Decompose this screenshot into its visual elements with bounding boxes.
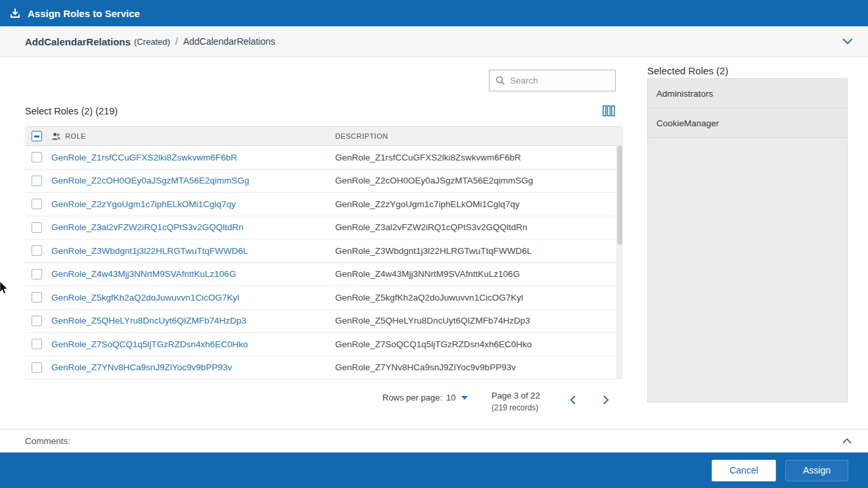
row-checkbox[interactable]	[32, 222, 42, 233]
role-link[interactable]: GenRole_Z3Wbdgnt1j3l22HLRGTwuTtqFWWD6L	[51, 246, 248, 256]
role-description: GenRole_Z4w43Mjj3NNrtM9SVAfnttKuLz106G	[335, 269, 520, 279]
role-link[interactable]: GenRole_Z5QHeLYru8DncUyt6QIZMFb74HzDp3	[51, 316, 246, 326]
previous-page-button[interactable]	[565, 392, 581, 408]
table-row: GenRole_Z7SoQCQ1q5ljTGzRZDsn4xh6EC0Hko G…	[25, 333, 623, 356]
table-row: GenRole_Z2zYgoUgm1c7iphELkOMi1Cglq7qy Ge…	[25, 193, 623, 216]
footer-bar: Cancel Assign	[0, 452, 868, 488]
role-link[interactable]: GenRole_Z3al2vFZW2iRQ1cQPtS3v2GQQltdRn	[51, 222, 244, 232]
role-description: GenRole_Z7YNv8HCa9snJ9ZlYoc9v9bPP93v	[335, 362, 516, 372]
row-checkbox[interactable]	[32, 152, 42, 162]
person-icon	[51, 132, 60, 141]
role-link[interactable]: GenRole_Z5kgfKh2aQ2doJuwuvvn1CicOG7Kyl	[51, 293, 239, 303]
selected-role-item[interactable]: CookieManager	[648, 109, 847, 138]
search-input[interactable]	[510, 76, 609, 85]
page-info: Page 3 of 22 (219 records)	[491, 391, 540, 412]
row-checkbox[interactable]	[32, 176, 42, 186]
columns-icon	[603, 105, 615, 116]
breadcrumb-separator: /	[175, 36, 178, 47]
selected-role-item[interactable]: Administrators	[648, 79, 847, 109]
breadcrumb-status: (Created)	[134, 37, 170, 47]
column-picker-button[interactable]	[601, 104, 616, 117]
table-row: GenRole_Z1rsfCCuGFXS2lki8Zswkvwm6F6bR Ge…	[25, 146, 623, 170]
row-checkbox[interactable]	[32, 269, 42, 280]
roles-table: ROLE DESCRIPTION GenRole_Z1rsfCCuGFXS2lk…	[25, 126, 623, 379]
select-all-checkbox[interactable]	[32, 131, 42, 141]
scrollbar-thumb[interactable]	[617, 146, 622, 245]
table-scrollbar[interactable]	[616, 146, 623, 379]
column-header-role[interactable]: ROLE	[65, 132, 86, 140]
comments-label: Comments:	[25, 436, 70, 446]
selected-roles-title: Selected Roles (2)	[647, 65, 728, 76]
row-checkbox[interactable]	[32, 362, 42, 373]
chevron-down-icon[interactable]	[842, 37, 854, 45]
role-link[interactable]: GenRole_Z2cOH0OEy0aJSgzMTA56E2qimmSGg	[51, 176, 249, 185]
role-link[interactable]: GenRole_Z4w43Mjj3NNrtM9SVAfnttKuLz106G	[51, 269, 236, 279]
role-description: GenRole_Z2cOH0OEy0aJSgzMTA56E2qimmSGg	[335, 176, 533, 185]
table-row: GenRole_Z5QHeLYru8DncUyt6QIZMFb74HzDp3 G…	[25, 310, 623, 333]
row-checkbox[interactable]	[32, 339, 42, 349]
comments-bar: Comments:	[0, 429, 868, 452]
row-checkbox[interactable]	[32, 316, 42, 326]
breadcrumb-service-name: AddCalendarRelations	[25, 36, 131, 47]
top-bar: Assign Roles to Service	[0, 0, 868, 26]
records-count: (219 records)	[491, 403, 540, 412]
column-header-description[interactable]: DESCRIPTION	[335, 132, 388, 140]
role-description: GenRole_Z1rsfCCuGFXS2lki8Zswkvwm6F6bR	[335, 153, 521, 162]
page-label: Page 3 of 22	[491, 391, 540, 401]
role-description: GenRole_Z5QHeLYru8DncUyt6QIZMFb74HzDp3	[335, 316, 530, 326]
table-row: GenRole_Z7YNv8HCa9snJ9ZlYoc9v9bPP93v Gen…	[25, 356, 623, 380]
rows-per-page-value[interactable]: 10	[446, 393, 455, 403]
role-link[interactable]: GenRole_Z2zYgoUgm1c7iphELkOMi1Cglq7qy	[51, 199, 236, 209]
role-link[interactable]: GenRole_Z7YNv8HCa9snJ9ZlYoc9v9bPP93v	[51, 362, 232, 372]
mouse-cursor	[0, 281, 8, 297]
search-box[interactable]	[489, 70, 616, 91]
dropdown-caret-icon	[461, 396, 468, 400]
assign-roles-icon	[9, 7, 21, 19]
role-description: GenRole_Z7SoQCQ1q5ljTGzRZDsn4xh6EC0Hko	[335, 339, 532, 349]
role-description: GenRole_Z5kgfKh2aQ2doJuwuvvn1CicOG7Kyl	[335, 293, 523, 303]
page-title: Assign Roles to Service	[28, 8, 140, 19]
breadcrumb-service-name-2: AddCalendarRelations	[183, 36, 275, 47]
table-row: GenRole_Z4w43Mjj3NNrtM9SVAfnttKuLz106G G…	[25, 263, 623, 287]
table-row: GenRole_Z2cOH0OEy0aJSgzMTA56E2qimmSGg Ge…	[25, 170, 623, 193]
assign-button[interactable]: Assign	[785, 460, 848, 481]
role-link[interactable]: GenRole_Z7SoQCQ1q5ljTGzRZDsn4xh6EC0Hko	[51, 339, 248, 349]
select-roles-title: Select Roles (2) (219)	[25, 106, 118, 116]
cancel-button[interactable]: Cancel	[712, 460, 776, 481]
role-description: GenRole_Z3al2vFZW2iRQ1cQPtS3v2GQQltdRn	[335, 222, 528, 232]
rows-per-page-label: Rows per page:	[382, 393, 442, 403]
table-row: GenRole_Z5kgfKh2aQ2doJuwuvvn1CicOG7Kyl G…	[25, 286, 623, 310]
role-description: GenRole_Z3Wbdgnt1j3l22HLRGTwuTtqFWWD6L	[335, 246, 532, 256]
breadcrumb: AddCalendarRelations (Created) / AddCale…	[0, 26, 868, 57]
row-checkbox[interactable]	[32, 245, 42, 256]
role-description: GenRole_Z2zYgoUgm1c7iphELkOMi1Cglq7qy	[335, 199, 520, 209]
row-checkbox[interactable]	[32, 292, 42, 303]
search-icon	[495, 76, 505, 85]
row-checkbox[interactable]	[32, 199, 42, 209]
selected-roles-panel: Administrators CookieManager	[647, 78, 848, 403]
next-page-button[interactable]	[598, 392, 614, 408]
table-row: GenRole_Z3Wbdgnt1j3l22HLRGTwuTtqFWWD6L G…	[25, 239, 623, 263]
table-header-row: ROLE DESCRIPTION	[25, 126, 623, 146]
rows-per-page-select[interactable]: Rows per page: 10	[382, 393, 468, 403]
chevron-up-icon[interactable]	[842, 437, 852, 445]
table-row: GenRole_Z3al2vFZW2iRQ1cQPtS3v2GQQltdRn G…	[25, 216, 623, 240]
role-link[interactable]: GenRole_Z1rsfCCuGFXS2lki8Zswkvwm6F6bR	[51, 153, 237, 162]
